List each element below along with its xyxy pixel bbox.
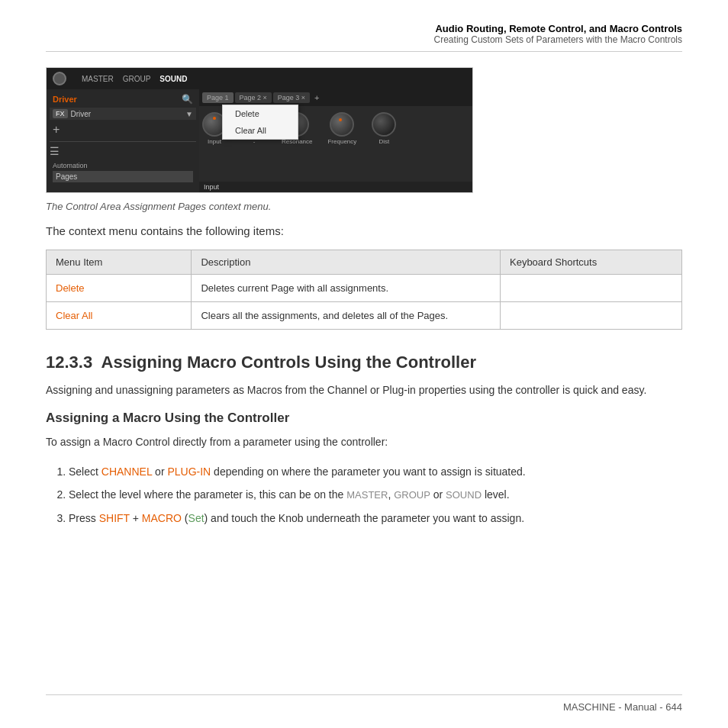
sound-text: SOUND: [446, 489, 482, 501]
context-menu-delete[interactable]: Delete: [223, 105, 298, 122]
page-tab-1: Page 1: [202, 92, 234, 103]
maschine-right-panel: Page 1 Page 2 × Page 3 × + Delete Clear …: [199, 89, 472, 192]
step-3: Press SHIFT + MACRO (Set) and touch the …: [69, 510, 682, 527]
steps-list: Select CHANNEL or PLUG-IN depending on w…: [69, 463, 682, 527]
col-header-shortcut: Keyboard Shortcuts: [500, 250, 681, 275]
section-number: 12.3.3: [46, 353, 92, 372]
shortcuts-table: Menu Item Description Keyboard Shortcuts…: [46, 250, 682, 330]
header-title: Audio Routing, Remote Control, and Macro…: [46, 23, 682, 34]
col-header-menu: Menu Item: [47, 250, 192, 275]
menu-item-clearall[interactable]: Clear All: [47, 302, 192, 330]
pages-bar: Page 1 Page 2 × Page 3 × +: [199, 89, 472, 106]
context-menu: Delete Clear All: [222, 105, 298, 140]
page-tab-2: Page 2 ×: [235, 92, 272, 103]
screenshot-image: MASTER GROUP SOUND Driver 🔍 FX Driver: [46, 67, 473, 193]
col-header-desc: Description: [192, 250, 501, 275]
nav-labels: MASTER GROUP SOUND: [82, 75, 187, 83]
step-1: Select CHANNEL or PLUG-IN depending on w…: [69, 463, 682, 480]
header-subtitle: Creating Custom Sets of Parameters with …: [46, 34, 682, 45]
macro-text: MACRO: [142, 512, 182, 524]
fx-row: FX Driver ▼: [50, 108, 196, 120]
master-text: MASTER: [346, 489, 388, 501]
section-title: Assigning Macro Controls Using the Contr…: [101, 353, 476, 372]
subsection-title: Assigning a Macro Using the Controller: [46, 411, 682, 426]
desc-delete: Deletes current Page with all assignment…: [192, 275, 501, 302]
maschine-circle: [53, 72, 66, 85]
intro-text: The context menu contains the following …: [46, 224, 682, 237]
maschine-left-panel: Driver 🔍 FX Driver ▼ + ☰ Automation Pag: [47, 89, 199, 192]
nav-group: GROUP: [123, 75, 151, 83]
maschine-topbar: MASTER GROUP SOUND: [47, 68, 472, 89]
plus-button: +: [50, 121, 196, 138]
step-intro: To assign a Macro Control directly from …: [46, 433, 682, 450]
bottom-label: Input: [199, 182, 472, 192]
group-text: GROUP: [394, 489, 430, 501]
step-2: Select the level where the parameter is,…: [69, 486, 682, 504]
driver-label: Driver 🔍: [50, 92, 196, 106]
context-menu-clear-all[interactable]: Clear All: [223, 122, 298, 139]
knob-frequency: Frequency: [327, 112, 356, 145]
maschine-content: Driver 🔍 FX Driver ▼ + ☰ Automation Pag: [47, 89, 472, 192]
footer-right: MASCHINE - Manual - 644: [563, 701, 682, 713]
table-row: Delete Deletes current Page with all ass…: [47, 275, 682, 302]
plugin-text: PLUG-IN: [167, 465, 211, 478]
table-row: Clear All Clears all the assignments, an…: [47, 302, 682, 330]
screenshot-caption: The Control Area Assignment Pages contex…: [46, 201, 682, 212]
separator: ☰: [50, 141, 196, 157]
shortcut-clearall: [500, 302, 681, 330]
page-tab-3: Page 3 ×: [273, 92, 310, 103]
menu-item-delete[interactable]: Delete: [47, 275, 192, 302]
knob-dist: Dist: [372, 112, 396, 145]
section-body: Assigning and unassigning parameters as …: [46, 382, 682, 398]
page-header: Audio Routing, Remote Control, and Macro…: [46, 23, 682, 52]
nav-master: MASTER: [82, 75, 114, 83]
channel-text: CHANNEL: [101, 465, 152, 478]
section-heading: 12.3.3 Assigning Macro Controls Using th…: [46, 353, 682, 372]
shift-text: SHIFT: [99, 512, 130, 524]
desc-clearall: Clears all the assignments, and deletes …: [192, 302, 501, 330]
automation-section: Automation Pages: [50, 160, 196, 184]
shortcut-delete: [500, 275, 681, 302]
nav-sound: SOUND: [159, 75, 187, 83]
set-text: Set: [188, 512, 205, 524]
footer: MASCHINE - Manual - 644: [46, 694, 682, 713]
